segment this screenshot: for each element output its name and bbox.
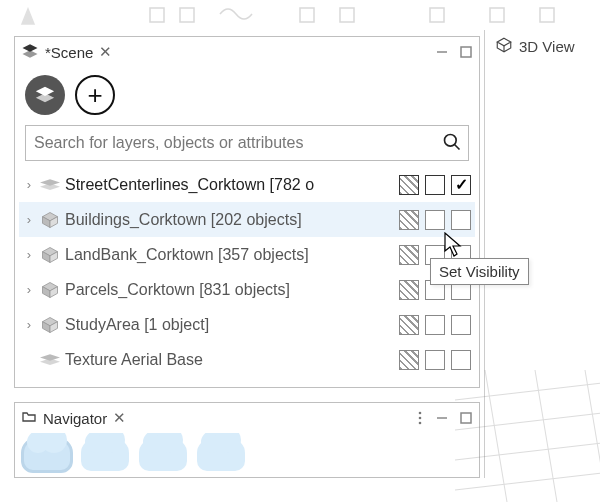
lock-toggle[interactable]	[399, 280, 419, 300]
svg-marker-31	[40, 358, 60, 365]
layer-row[interactable]: ›StreetCenterlines_Corktown [782 o	[19, 167, 475, 202]
expander-icon[interactable]: ›	[21, 177, 37, 192]
lock-toggle[interactable]	[399, 210, 419, 230]
svg-rect-1	[150, 8, 164, 22]
folder-icon	[21, 409, 37, 428]
expander-icon[interactable]: ›	[21, 282, 37, 297]
cube-icon	[495, 36, 513, 57]
add-button[interactable]: +	[75, 75, 115, 115]
svg-point-33	[419, 417, 422, 420]
navigator-menu-button[interactable]	[415, 410, 425, 426]
maximize-button[interactable]	[459, 45, 473, 59]
svg-rect-4	[340, 8, 354, 22]
svg-line-45	[485, 370, 515, 502]
layer-row[interactable]: ›Buildings_Corktown [202 objects]	[19, 202, 475, 237]
select-toggle[interactable]	[425, 315, 445, 335]
cloud-item[interactable]	[23, 439, 71, 471]
lock-toggle[interactable]	[399, 350, 419, 370]
scene-panel-header: *Scene ✕	[15, 37, 479, 67]
view-3d-title: 3D View	[519, 38, 575, 55]
layer-tree: ›StreetCenterlines_Corktown [782 o›Build…	[19, 167, 475, 377]
layer-label: StreetCenterlines_Corktown [782 o	[65, 176, 395, 194]
navigator-panel-title: Navigator	[43, 410, 107, 427]
svg-rect-2	[180, 8, 194, 22]
lock-toggle[interactable]	[399, 315, 419, 335]
mesh-icon	[39, 178, 61, 192]
visibility-toggle[interactable]	[451, 175, 471, 195]
svg-rect-36	[461, 413, 471, 423]
search-input[interactable]	[34, 134, 442, 152]
select-toggle[interactable]	[425, 175, 445, 195]
navigator-panel-header: Navigator ✕	[15, 403, 479, 433]
svg-rect-3	[300, 8, 314, 22]
layer-row[interactable]: ›StudyArea [1 object]	[19, 307, 475, 342]
cloud-item[interactable]	[81, 439, 129, 471]
cube-icon	[39, 210, 61, 230]
svg-marker-0	[22, 9, 34, 24]
layer-label: Buildings_Corktown [202 objects]	[65, 211, 395, 229]
svg-rect-6	[490, 8, 504, 22]
select-toggle[interactable]	[425, 350, 445, 370]
cloud-item[interactable]	[139, 439, 187, 471]
navigator-body	[15, 433, 479, 477]
minimize-button[interactable]	[435, 45, 449, 59]
lock-toggle[interactable]	[399, 175, 419, 195]
svg-rect-7	[540, 8, 554, 22]
tooltip-set-visibility: Set Visibility	[430, 258, 529, 285]
mesh-icon	[39, 353, 61, 367]
expander-icon[interactable]: ›	[21, 212, 37, 227]
cloud-item[interactable]	[197, 439, 245, 471]
navigator-tab-close[interactable]: ✕	[113, 409, 126, 427]
svg-marker-37	[497, 38, 511, 46]
expander-icon[interactable]: ›	[21, 247, 37, 262]
view-3d-panel: 3D View	[484, 30, 600, 478]
layers-filter-button[interactable]	[25, 75, 65, 115]
svg-point-32	[419, 412, 422, 415]
layer-label: LandBank_Corktown [357 objects]	[65, 246, 395, 264]
layer-row[interactable]: ›Parcels_Corktown [831 objects]	[19, 272, 475, 307]
svg-marker-17	[40, 183, 60, 190]
navigator-panel: Navigator ✕	[14, 402, 480, 478]
top-toolbar	[0, 0, 600, 30]
lock-toggle[interactable]	[399, 245, 419, 265]
layer-row[interactable]: Texture Aerial Base	[19, 342, 475, 377]
layer-label: Parcels_Corktown [831 objects]	[65, 281, 395, 299]
layers-icon	[21, 42, 39, 63]
scene-panel: *Scene ✕ + ›StreetCenterli	[14, 36, 480, 388]
navigator-minimize-button[interactable]	[435, 411, 449, 425]
svg-point-14	[445, 134, 457, 146]
select-toggle[interactable]	[425, 210, 445, 230]
svg-rect-11	[461, 47, 471, 57]
search-icon[interactable]	[442, 132, 462, 155]
layer-row[interactable]: ›LandBank_Corktown [357 objects]	[19, 237, 475, 272]
svg-marker-9	[23, 50, 38, 58]
visibility-toggle[interactable]	[451, 315, 471, 335]
cube-icon	[39, 280, 61, 300]
expander-icon[interactable]: ›	[21, 317, 37, 332]
cube-icon	[39, 315, 61, 335]
svg-line-47	[585, 370, 600, 502]
svg-line-15	[455, 144, 460, 149]
svg-line-46	[535, 370, 565, 502]
search-row	[25, 125, 469, 161]
visibility-toggle[interactable]	[451, 210, 471, 230]
navigator-maximize-button[interactable]	[459, 411, 473, 425]
scene-tab-close[interactable]: ✕	[99, 43, 112, 61]
svg-point-34	[419, 422, 422, 425]
svg-rect-5	[430, 8, 444, 22]
layer-label: Texture Aerial Base	[65, 351, 395, 369]
svg-marker-13	[36, 93, 54, 102]
scene-panel-title: *Scene	[45, 44, 93, 61]
cube-icon	[39, 245, 61, 265]
scene-toolbar: +	[15, 67, 479, 125]
visibility-toggle[interactable]	[451, 350, 471, 370]
svg-line-43	[455, 490, 600, 502]
layer-label: StudyArea [1 object]	[65, 316, 395, 334]
